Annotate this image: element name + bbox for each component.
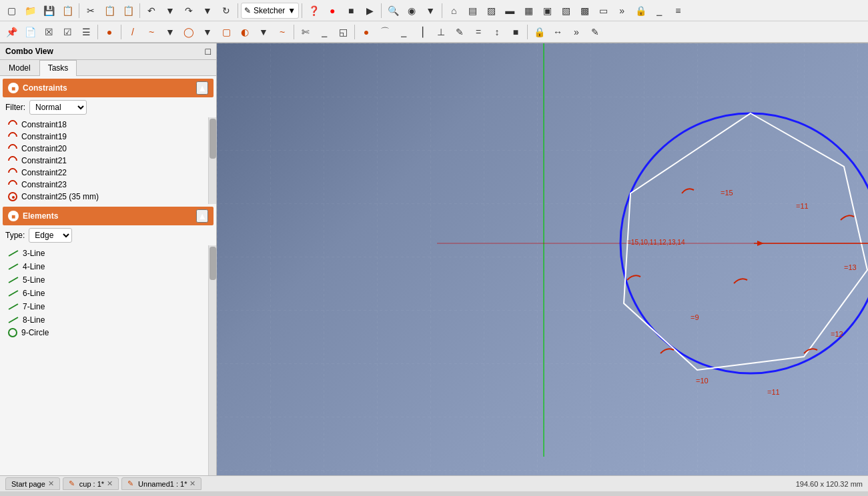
- constr-equal[interactable]: =: [470, 23, 487, 41]
- validate-button[interactable]: ☑: [59, 23, 76, 41]
- status-tab-start-close[interactable]: ✕: [48, 479, 54, 488]
- view-iso2[interactable]: ▣: [538, 2, 556, 19]
- constraint-item-19[interactable]: Constraint19: [5, 131, 203, 143]
- close-sketch-button[interactable]: ☒: [40, 23, 57, 41]
- redo-dropdown[interactable]: ▼: [199, 2, 216, 19]
- undo-button[interactable]: ↶: [143, 2, 160, 19]
- save-button[interactable]: 💾: [40, 2, 57, 19]
- view-iso1[interactable]: ▦: [520, 2, 537, 19]
- point-button[interactable]: ●: [101, 23, 118, 41]
- element-item-9[interactable]: 9-Circle: [5, 327, 203, 339]
- lock-button[interactable]: 🔒: [632, 2, 649, 19]
- toolbar-row-2: 📌 📄 ☒ ☑ ☰ ● / ~ ▼ ◯ ▼ ▢ ◐ ▼ ~ ✄ ⎯ ◱ ● ⌒ …: [0, 21, 868, 43]
- element-item-3[interactable]: 3-Line: [5, 247, 203, 260]
- svg-text:=11: =11: [796, 202, 809, 210]
- trim-button[interactable]: ✄: [297, 23, 314, 41]
- status-tab-start[interactable]: Start page ✕: [5, 477, 60, 490]
- workbench-dropdown[interactable]: ✎ Sketcher ▼: [241, 3, 299, 19]
- constraint-item-22[interactable]: Constraint22: [5, 167, 203, 179]
- element-scrollbar-thumb[interactable]: [209, 247, 216, 280]
- extend-button[interactable]: ⎯: [316, 23, 333, 41]
- constraint-item-25[interactable]: Constraint25 (35 mm): [5, 191, 203, 203]
- help-button[interactable]: ❓: [305, 2, 322, 19]
- zoom-button[interactable]: 🔍: [384, 2, 402, 19]
- filter-select[interactable]: Normal All Driving Reference: [29, 100, 87, 115]
- paste-button[interactable]: 📋: [119, 2, 137, 19]
- macro-play-button[interactable]: ▶: [361, 2, 378, 19]
- constraint-scrollbar[interactable]: [208, 117, 216, 204]
- constraints-collapse-btn[interactable]: ▲: [196, 81, 208, 95]
- merge-button[interactable]: ☰: [77, 23, 95, 41]
- more-constr[interactable]: »: [568, 23, 585, 41]
- status-tab-cup-close[interactable]: ✕: [107, 479, 113, 488]
- tab-model[interactable]: Model: [0, 60, 39, 75]
- polyline-button[interactable]: ~: [143, 23, 160, 41]
- constraint-item-23[interactable]: Constraint23: [5, 179, 203, 191]
- circle-dropdown[interactable]: ▼: [199, 23, 216, 41]
- line-button[interactable]: /: [124, 23, 141, 41]
- measure-button[interactable]: ▭: [594, 2, 612, 19]
- saveas-button[interactable]: 📋: [59, 2, 76, 19]
- align-button[interactable]: ⎯: [650, 2, 668, 19]
- open-button[interactable]: 📁: [21, 2, 39, 19]
- refresh-button[interactable]: ↻: [218, 2, 235, 19]
- status-tab-cup[interactable]: ✎ cup : 1* ✕: [63, 477, 119, 490]
- undo-dropdown[interactable]: ▼: [161, 2, 179, 19]
- view-dropdown[interactable]: ▼: [422, 2, 439, 19]
- element-item-5[interactable]: 5-Line: [5, 273, 203, 287]
- constr-tangent[interactable]: ✎: [451, 23, 468, 41]
- constr-block[interactable]: ■: [507, 23, 524, 41]
- element-item-6[interactable]: 6-Line: [5, 287, 203, 300]
- constraint-item-20[interactable]: Constraint20: [5, 143, 203, 155]
- constr-horizontal[interactable]: ⎯: [395, 23, 412, 41]
- view-home[interactable]: ⌂: [445, 2, 462, 19]
- macro-stop-button[interactable]: ■: [342, 2, 360, 19]
- polyline-dropdown[interactable]: ▼: [161, 23, 179, 41]
- elements-collapse-btn[interactable]: ▲: [196, 209, 208, 223]
- view-top[interactable]: ▤: [464, 2, 481, 19]
- redo-button[interactable]: ↷: [180, 2, 197, 19]
- element-item-8[interactable]: 8-Line: [5, 313, 203, 327]
- rect-button[interactable]: ▢: [218, 23, 235, 41]
- canvas-grid-svg: 35 mm =15 =11 =15,10,11,12,13,14 =13 =9 …: [217, 43, 868, 475]
- view-front[interactable]: ▨: [482, 2, 500, 19]
- constr-symmetric[interactable]: ↕: [488, 23, 506, 41]
- macro-record-button[interactable]: ●: [324, 2, 341, 19]
- copy-button[interactable]: 📋: [101, 2, 118, 19]
- status-tab-unnamed[interactable]: ✎ Unnamed1 : 1* ✕: [121, 477, 201, 490]
- new-button[interactable]: ▢: [3, 2, 20, 19]
- toggle-constr[interactable]: ✎: [586, 23, 604, 41]
- constr-horiz-dist[interactable]: ↔: [549, 23, 566, 41]
- more2-tools[interactable]: ≡: [669, 2, 687, 19]
- element-item-7[interactable]: 7-Line: [5, 300, 203, 313]
- constr-vertical[interactable]: ⎮: [414, 23, 431, 41]
- constraint-item-18[interactable]: Constraint18: [5, 119, 203, 131]
- canvas-area[interactable]: 35 mm =15 =11 =15,10,11,12,13,14 =13 =9 …: [217, 43, 868, 475]
- spline-button[interactable]: ~: [274, 23, 291, 41]
- tab-tasks[interactable]: Tasks: [39, 60, 77, 76]
- arc-button[interactable]: ◐: [236, 23, 254, 41]
- view-iso3[interactable]: ▧: [557, 2, 574, 19]
- combo-float-button[interactable]: □: [205, 46, 211, 57]
- arc-dropdown[interactable]: ▼: [255, 23, 272, 41]
- more-tools[interactable]: »: [613, 2, 630, 19]
- constr-perp[interactable]: ⊥: [432, 23, 450, 41]
- external-geom-button[interactable]: 📄: [21, 23, 39, 41]
- element-item-4[interactable]: 4-Line: [5, 260, 203, 273]
- view-right[interactable]: ▬: [501, 2, 518, 19]
- create-fillet-button[interactable]: ◱: [334, 23, 352, 41]
- constr-arc[interactable]: ⌒: [376, 23, 394, 41]
- element-scrollbar[interactable]: [208, 245, 216, 475]
- constr-coincident[interactable]: ●: [358, 23, 375, 41]
- type-select[interactable]: Edge Vertex All: [29, 228, 72, 243]
- constraint-item-21[interactable]: Constraint21: [5, 155, 203, 167]
- constr-lock[interactable]: 🔒: [530, 23, 548, 41]
- view-button[interactable]: ◉: [403, 2, 420, 19]
- cut-button[interactable]: ✂: [82, 2, 99, 19]
- attach-button[interactable]: 📌: [3, 23, 20, 41]
- circle-button[interactable]: ◯: [180, 23, 197, 41]
- view-iso4[interactable]: ▩: [576, 2, 593, 19]
- element-line-icon: [8, 315, 19, 325]
- constraint-scrollbar-thumb[interactable]: [209, 119, 216, 159]
- status-tab-unnamed-close[interactable]: ✕: [189, 479, 195, 488]
